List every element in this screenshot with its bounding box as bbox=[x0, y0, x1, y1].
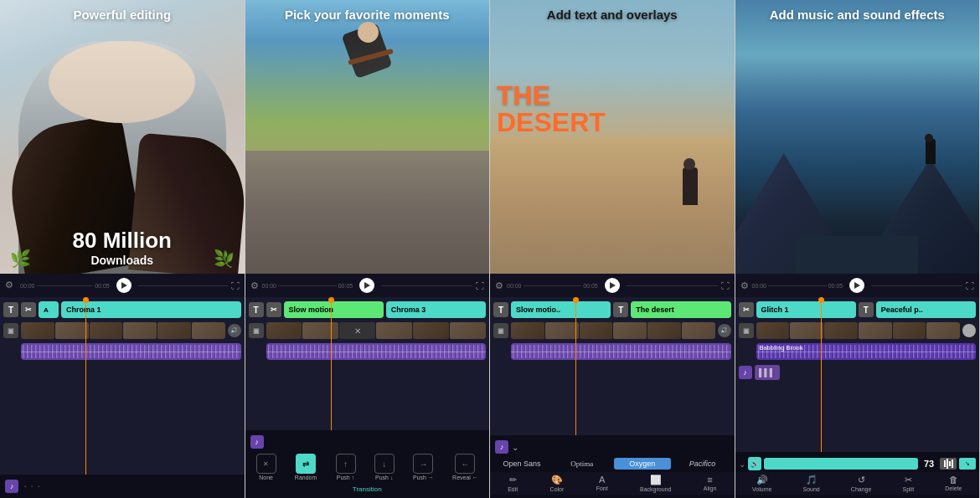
volume-knob[interactable] bbox=[962, 324, 976, 337]
panel3-editor: ⚙ 00:00 00:05 ⛶ T Slow motio.. T The des… bbox=[490, 274, 735, 498]
settings-icon[interactable]: ⚙ bbox=[250, 280, 259, 291]
font-pacifico[interactable]: Pacifico bbox=[674, 458, 731, 470]
font-oxygen[interactable]: Oxygen bbox=[614, 458, 671, 470]
music-note-icon: ♪ bbox=[5, 480, 18, 493]
fullscreen-icon[interactable]: ⛶ bbox=[721, 281, 730, 290]
panel3-playback-bar: ⚙ 00:00 00:05 ⛶ bbox=[490, 274, 735, 297]
transition-random[interactable]: ⇄ Random bbox=[295, 454, 317, 480]
clip-chroma3[interactable]: Chroma 3 bbox=[386, 301, 486, 318]
panel1-editor: ⚙ 00:00 00:05 ⛶ T ✂ A Chroma 1 bbox=[0, 274, 245, 498]
transition-reveal[interactable]: ← Reveal ← bbox=[452, 454, 478, 480]
transition-push-down[interactable]: ↓ Push ↓ bbox=[374, 454, 395, 480]
clip-the-desert[interactable]: The desert bbox=[631, 301, 730, 318]
edit-tool-color[interactable]: 🎨 Color bbox=[550, 475, 565, 492]
edit-tool-volume[interactable]: 🔊 Volume bbox=[752, 475, 771, 492]
video-track-icon: ▣ bbox=[249, 323, 264, 338]
panel-moments: Pick your favorite moments ⚙ 00:00 00:05… bbox=[245, 0, 491, 498]
settings-icon[interactable]: ⚙ bbox=[495, 280, 503, 291]
panel2-video-track: ▣ ✕ bbox=[249, 321, 487, 340]
settings-icon[interactable]: ⚙ bbox=[740, 280, 749, 291]
fullscreen-icon[interactable]: ⛶ bbox=[476, 281, 484, 290]
panel1-stat: 80 Million Downloads bbox=[0, 228, 245, 267]
panel3-bottom-controls: ♪ ⌄ Open Sans Optima Oxygen Pacifico ✏ E… bbox=[490, 435, 735, 498]
play-button[interactable] bbox=[359, 278, 374, 293]
panel1-audio-track bbox=[3, 342, 241, 361]
panel4-video-track: ▣ bbox=[739, 321, 977, 340]
transition-push-up[interactable]: ↑ Push ↑ bbox=[336, 454, 356, 480]
volume-toolbar: 🔊 Volume 🎵 Sound ↺ Change ✂ Split 🗑 bbox=[735, 472, 980, 495]
ground bbox=[245, 151, 490, 274]
clip-slow-motion2[interactable]: Slow motio.. bbox=[511, 301, 611, 318]
color-icon: 🎨 bbox=[551, 475, 563, 485]
chevron-down-icon[interactable]: ⌄ bbox=[512, 443, 518, 452]
panel2-audio-wave bbox=[266, 343, 487, 360]
audio-track-label: Babbling Brook bbox=[760, 345, 803, 351]
clip-glitch1[interactable]: Glitch 1 bbox=[756, 301, 856, 318]
volume-icon[interactable]: 🔊 bbox=[748, 457, 761, 470]
settings-icon[interactable]: ⚙ bbox=[5, 280, 17, 291]
video-frame bbox=[859, 322, 892, 339]
panel3-audio-track bbox=[493, 342, 731, 361]
transition-push-right[interactable]: → Push → bbox=[413, 454, 434, 480]
panel1-tracks: T ✂ A Chroma 1 ▣ bbox=[0, 297, 245, 364]
play-button[interactable] bbox=[605, 278, 620, 293]
clip-a[interactable]: A bbox=[39, 301, 59, 318]
panel1-text-track: T ✂ A Chroma 1 bbox=[3, 300, 241, 319]
edit-tool-sound[interactable]: 🎵 Sound bbox=[803, 475, 820, 492]
video-frame bbox=[192, 322, 225, 339]
panel2-video-strip: ✕ bbox=[266, 322, 487, 339]
play-button[interactable] bbox=[849, 278, 864, 293]
edit-tool-delete[interactable]: 🗑 Delete bbox=[945, 475, 962, 492]
person-head bbox=[683, 158, 695, 170]
video-frame bbox=[824, 322, 858, 339]
fade-out-icon[interactable]: ↘ bbox=[959, 458, 976, 470]
video-track-icon: ▣ bbox=[3, 323, 18, 338]
panel3-video-strip bbox=[511, 322, 715, 339]
panel1-title: Powerful editing bbox=[0, 7, 245, 23]
chevron-down-icon[interactable]: ⌄ bbox=[739, 459, 745, 469]
video-frame bbox=[511, 322, 544, 339]
clip-peaceful[interactable]: Peaceful p.. bbox=[876, 301, 976, 318]
transition-none-icon: ✕ bbox=[256, 454, 276, 474]
panel4-audio-track-named: Babbling Brook bbox=[739, 342, 977, 361]
play-button[interactable] bbox=[116, 278, 132, 293]
skater-head bbox=[358, 22, 379, 43]
panel4-editor: ⚙ 00:00 00:05 ⛶ ✂ Glitch 1 T Peaceful p.… bbox=[735, 274, 980, 498]
volume-progress-bar[interactable] bbox=[764, 458, 919, 470]
panel1-tracks-wrapper: T ✂ A Chroma 1 ▣ bbox=[0, 297, 245, 475]
panel4-tracks-wrapper: ✂ Glitch 1 T Peaceful p.. ▣ bbox=[735, 297, 980, 452]
fullscreen-icon[interactable]: ⛶ bbox=[231, 281, 240, 290]
clip-chroma1[interactable]: Chroma 1 bbox=[61, 301, 241, 318]
edit-tool-split[interactable]: ✂ Split bbox=[902, 475, 914, 492]
panel2-image: Pick your favorite moments bbox=[245, 0, 490, 274]
edit-tool-edit[interactable]: ✏ Edit bbox=[508, 475, 518, 492]
background-icon: ⬜ bbox=[650, 475, 662, 485]
text-track-icon: T bbox=[3, 302, 18, 317]
font-optima[interactable]: Optima bbox=[554, 458, 611, 470]
video-track-icon: ▣ bbox=[739, 323, 754, 338]
change-tool-icon: ↺ bbox=[858, 475, 865, 485]
text-track-icon2: T bbox=[613, 302, 628, 317]
video-frame bbox=[790, 322, 823, 339]
panel3-music-row: ♪ ⌄ bbox=[490, 439, 735, 455]
panel-powerful-editing: Powerful editing 80 Million Downloads 🌿 … bbox=[0, 0, 245, 498]
transition-none[interactable]: ✕ None bbox=[256, 454, 276, 480]
fullscreen-icon[interactable]: ⛶ bbox=[966, 281, 974, 290]
panel2-bottom-controls: ♪ ✕ None ⇄ Random ↑ Push ↑ ↓ Push ↓ bbox=[245, 430, 490, 498]
video-frame bbox=[682, 322, 715, 339]
edit-tool-background[interactable]: ⬜ Background bbox=[640, 475, 671, 492]
volume-knob[interactable]: 🔊 bbox=[228, 324, 241, 337]
font-opensans[interactable]: Open Sans bbox=[493, 458, 550, 470]
volume-knob[interactable]: 🔊 bbox=[718, 324, 731, 337]
edit-tool-font[interactable]: A Font bbox=[596, 475, 608, 492]
video-frame bbox=[55, 322, 89, 339]
play-icon bbox=[364, 282, 370, 289]
edit-tool-change[interactable]: ↺ Change bbox=[851, 475, 872, 492]
edit-tool-align[interactable]: ≡ Align bbox=[704, 475, 717, 492]
person-silhouette bbox=[926, 139, 936, 164]
panel4-playback-bar: ⚙ 00:00 00:05 ⛶ bbox=[735, 274, 980, 297]
clip-slow-motion[interactable]: Slow motion bbox=[284, 301, 384, 318]
panel4-image: Add music and sound effects bbox=[735, 0, 980, 274]
video-frame bbox=[376, 322, 412, 339]
panel2-text-track: T ✂ Slow motion Chroma 3 bbox=[249, 300, 487, 319]
